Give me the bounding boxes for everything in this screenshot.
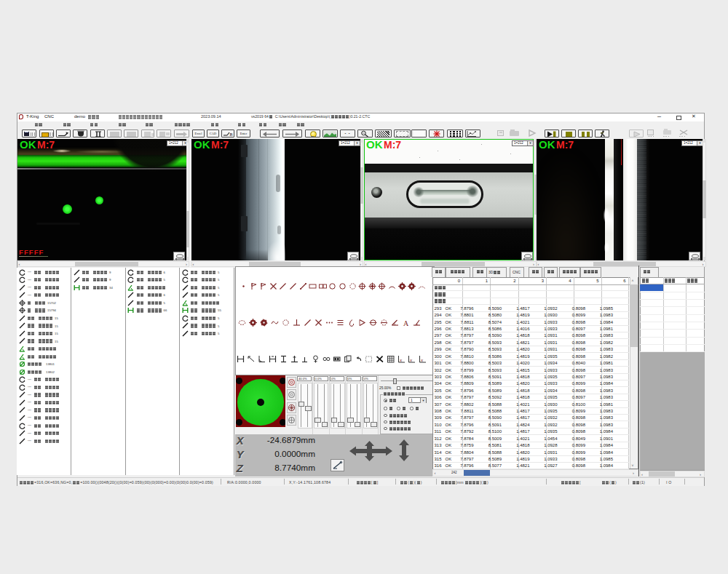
svg-text:B: B xyxy=(230,132,233,137)
svg-text:A: A xyxy=(403,319,409,327)
